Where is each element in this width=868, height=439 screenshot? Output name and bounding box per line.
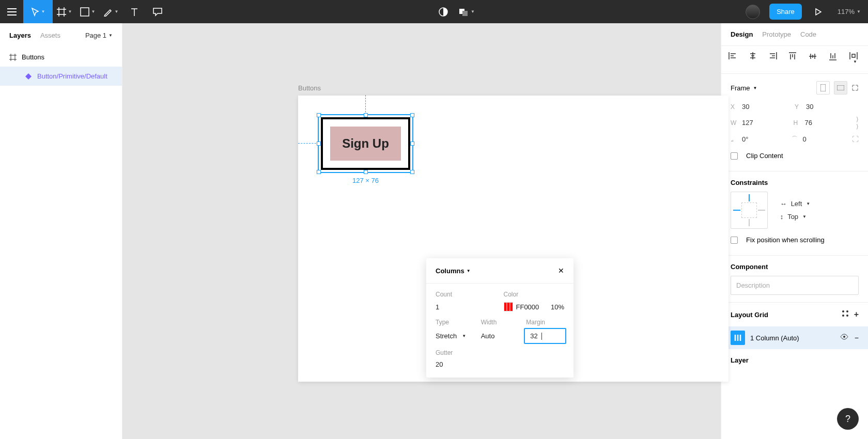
columns-icon[interactable] bbox=[731, 331, 745, 345]
component-tool[interactable]: ▼ bbox=[455, 0, 478, 23]
svg-point-7 bbox=[846, 310, 848, 312]
width-input[interactable]: Auto bbox=[481, 330, 519, 342]
color-label: Color bbox=[504, 291, 565, 298]
button-outer-stroke: Sign Up bbox=[321, 117, 410, 170]
handle-tl[interactable] bbox=[317, 113, 321, 117]
gutter-input[interactable]: 20 bbox=[436, 360, 564, 368]
help-button[interactable]: ? bbox=[837, 408, 859, 430]
link-dims-icon[interactable]: ⟩⟩ bbox=[856, 116, 859, 130]
fix-checkbox[interactable] bbox=[731, 237, 738, 244]
color-swatch[interactable] bbox=[504, 302, 513, 311]
constraints-title: Constraints bbox=[731, 179, 859, 186]
frame-label[interactable]: Buttons bbox=[298, 84, 321, 92]
align-vcenter-icon[interactable] bbox=[809, 52, 820, 67]
count-input[interactable]: 1 bbox=[436, 302, 497, 311]
resize-to-fit-icon[interactable] bbox=[851, 81, 859, 95]
top-toolbar: ▼ ▼ ▼ ▼ ▼ Share 117%▼ bbox=[0, 0, 868, 23]
clip-checkbox[interactable] bbox=[731, 152, 738, 160]
add-grid-icon[interactable]: + bbox=[854, 310, 859, 319]
handle-mr[interactable] bbox=[410, 142, 414, 146]
close-icon[interactable]: ✕ bbox=[558, 266, 564, 275]
tab-code[interactable]: Code bbox=[800, 30, 816, 38]
radius-expand-icon[interactable]: ⛶ bbox=[852, 135, 859, 143]
canvas-area[interactable]: Buttons Sign Up 127 × 76 Columns▼ ✕ Coun bbox=[122, 23, 721, 439]
margin-label: Margin bbox=[526, 319, 564, 326]
gutter-label: Gutter bbox=[436, 349, 564, 356]
radius-input[interactable]: 0 bbox=[803, 135, 807, 143]
columns-popup: Columns▼ ✕ Count Color 1 FF000010% Type … bbox=[426, 258, 574, 378]
comment-tool[interactable] bbox=[146, 0, 169, 23]
y-input[interactable]: 30 bbox=[806, 103, 813, 111]
popup-title-dropdown[interactable]: Columns▼ bbox=[436, 267, 471, 275]
align-hcenter-icon[interactable] bbox=[749, 52, 760, 67]
contrast-icon[interactable] bbox=[432, 0, 455, 23]
orient-landscape[interactable] bbox=[834, 81, 847, 95]
layer-title: Layer bbox=[731, 356, 859, 364]
color-input[interactable]: FF000010% bbox=[504, 302, 565, 311]
count-label: Count bbox=[436, 291, 497, 298]
handle-bl[interactable] bbox=[317, 170, 321, 174]
tab-design[interactable]: Design bbox=[731, 30, 753, 38]
description-input[interactable]: Description bbox=[731, 276, 859, 295]
align-top-icon[interactable] bbox=[789, 52, 800, 67]
move-tool[interactable]: ▼ bbox=[23, 0, 53, 23]
handle-br[interactable] bbox=[410, 170, 414, 174]
constraints-box[interactable] bbox=[731, 192, 768, 229]
tab-layers[interactable]: Layers bbox=[9, 32, 31, 39]
page-dropdown[interactable]: Page 1▼ bbox=[85, 32, 113, 39]
layer-button-primitive[interactable]: Button/Primitive/Default bbox=[0, 67, 122, 86]
frame-tool[interactable]: ▼ bbox=[53, 0, 76, 23]
width-label: Width bbox=[481, 319, 519, 326]
menu-button[interactable] bbox=[0, 0, 23, 23]
h-arrow-icon: ↔ bbox=[780, 200, 787, 208]
margin-input[interactable]: 32 bbox=[524, 328, 566, 344]
text-tool[interactable] bbox=[122, 0, 146, 23]
handle-tr[interactable] bbox=[410, 113, 414, 117]
pen-tool[interactable]: ▼ bbox=[99, 0, 122, 23]
x-input[interactable]: 30 bbox=[742, 103, 749, 111]
h-input[interactable]: 76 bbox=[805, 119, 812, 127]
zoom-dropdown[interactable]: 117%▼ bbox=[830, 8, 868, 15]
orient-portrait[interactable] bbox=[816, 81, 830, 95]
present-button[interactable] bbox=[807, 0, 830, 23]
handle-bm[interactable] bbox=[364, 170, 368, 174]
layout-grid-title: Layout Grid bbox=[731, 311, 768, 319]
shape-tool[interactable]: ▼ bbox=[76, 0, 99, 23]
remove-grid-icon[interactable]: − bbox=[855, 334, 859, 342]
component-title: Component bbox=[731, 263, 859, 271]
handle-tm[interactable] bbox=[364, 113, 368, 117]
rotation-input[interactable]: 0° bbox=[742, 135, 748, 143]
eye-icon[interactable] bbox=[840, 334, 848, 342]
v-constraint-dropdown[interactable]: ↕Top▼ bbox=[780, 213, 811, 221]
align-controls: ▼ bbox=[721, 46, 868, 74]
align-left-icon[interactable] bbox=[729, 52, 740, 67]
svg-point-10 bbox=[843, 336, 845, 338]
h-constraint-dropdown[interactable]: ↔Left▼ bbox=[780, 200, 811, 208]
selection-box[interactable]: Sign Up 127 × 76 bbox=[318, 114, 413, 173]
color-opacity-input[interactable]: 10% bbox=[551, 303, 564, 311]
svg-rect-0 bbox=[81, 8, 89, 16]
align-bottom-icon[interactable] bbox=[829, 52, 841, 67]
component-icon bbox=[25, 73, 32, 80]
w-input[interactable]: 127 bbox=[742, 119, 753, 127]
layout-grid-row[interactable]: 1 Column (Auto) − bbox=[721, 326, 868, 349]
zoom-value: 117% bbox=[838, 8, 855, 15]
user-avatar[interactable] bbox=[741, 0, 764, 23]
svg-point-8 bbox=[842, 315, 844, 317]
handle-ml[interactable] bbox=[317, 142, 321, 146]
layers-panel: Layers Assets Page 1▼ Buttons Button/Pri… bbox=[0, 23, 122, 439]
type-label: Type bbox=[436, 319, 474, 326]
guide-horizontal bbox=[298, 143, 319, 144]
align-right-icon[interactable] bbox=[769, 52, 780, 67]
frame-dropdown[interactable]: Frame bbox=[731, 84, 750, 92]
svg-rect-5 bbox=[837, 85, 844, 90]
layer-frame-buttons[interactable]: Buttons bbox=[0, 48, 122, 67]
type-dropdown[interactable]: Stretch▼ bbox=[436, 330, 474, 342]
distribute-icon[interactable]: ▼ bbox=[849, 52, 861, 67]
share-button[interactable]: Share bbox=[769, 4, 802, 20]
tab-assets[interactable]: Assets bbox=[40, 32, 60, 39]
selection-dims: 127 × 76 bbox=[319, 177, 412, 184]
tab-prototype[interactable]: Prototype bbox=[762, 30, 791, 38]
grid-styles-icon[interactable] bbox=[842, 310, 849, 319]
v-arrow-icon: ↕ bbox=[780, 213, 784, 221]
